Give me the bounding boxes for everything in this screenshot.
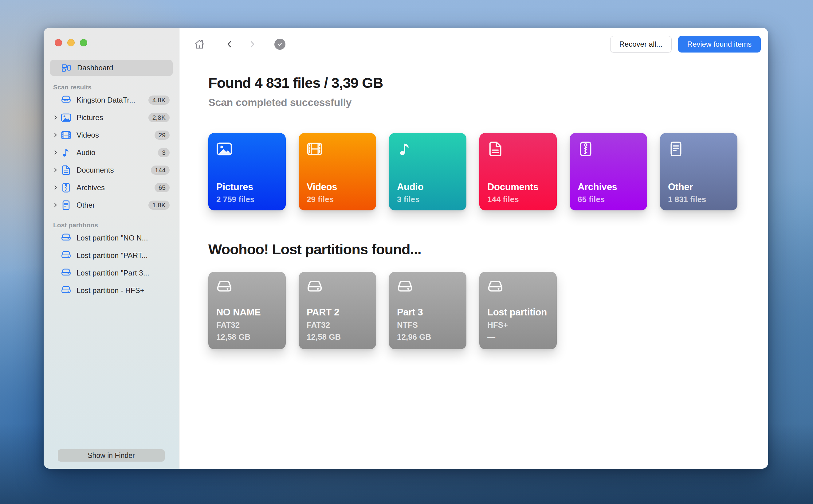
archive-zip-icon <box>577 140 594 158</box>
category-card-audio[interactable]: Audio 3 files <box>389 133 467 210</box>
scan-results-section-label: Scan results <box>50 83 173 91</box>
show-in-finder-button[interactable]: Show in Finder <box>58 449 165 462</box>
partition-size: 12,58 GB <box>216 332 281 342</box>
disclosure-spacer <box>50 287 61 294</box>
partition-size: 12,58 GB <box>307 332 372 342</box>
chevron-right-icon[interactable] <box>50 184 61 191</box>
close-button[interactable] <box>55 39 62 46</box>
sidebar: Dashboard Scan results Kingston DataTr..… <box>44 28 179 469</box>
drive-icon <box>61 95 72 106</box>
category-title: Other <box>668 182 733 193</box>
partition-card-no-name[interactable]: NO NAME FAT32 12,58 GB <box>208 272 286 349</box>
drive-icon <box>306 279 323 296</box>
count-badge: 29 <box>154 131 170 140</box>
sidebar-item-lost-partition-part2[interactable]: Lost partition "PART... <box>50 247 173 264</box>
pictures-icon <box>61 112 72 123</box>
recover-all-button[interactable]: Recover all... <box>610 36 672 53</box>
lost-partitions-heading: Woohoo! Lost partitions found... <box>208 241 768 258</box>
category-title: Archives <box>578 182 643 193</box>
category-title: Documents <box>487 182 553 193</box>
sidebar-item-other[interactable]: Other 1,8K <box>50 196 173 214</box>
sidebar-item-videos[interactable]: Videos 29 <box>50 126 173 144</box>
other-doc-icon <box>61 200 72 211</box>
dashboard-icon <box>61 63 72 73</box>
partition-card-hfs[interactable]: Lost partition HFS+ — <box>479 272 557 349</box>
category-card-archives[interactable]: Archives 65 files <box>570 133 647 210</box>
minimize-button[interactable] <box>67 39 75 46</box>
sidebar-item-pictures[interactable]: Pictures 2,8K <box>50 109 173 126</box>
count-badge: 2,8K <box>148 113 170 122</box>
other-doc-icon <box>667 140 685 158</box>
partition-cards-row: NO NAME FAT32 12,58 GB PART 2 FAT32 12,5… <box>208 272 768 349</box>
sidebar-item-lost-partition-part3[interactable]: Lost partition "Part 3... <box>50 264 173 282</box>
chevron-right-icon[interactable] <box>50 166 61 174</box>
category-title: Audio <box>397 182 462 193</box>
audio-note-icon <box>396 140 414 158</box>
category-file-count: 2 759 files <box>216 195 281 204</box>
partition-size: 12,96 GB <box>397 332 462 342</box>
chevron-right-icon[interactable] <box>50 201 61 209</box>
category-file-count: 1 831 files <box>668 195 733 204</box>
main-panel: Recover all... Review found items Found … <box>179 28 768 469</box>
dashboard-content: Found 4 831 files / 3,39 GB Scan complet… <box>179 75 768 349</box>
sidebar-item-dashboard[interactable]: Dashboard <box>50 60 173 76</box>
category-card-videos[interactable]: Videos 29 files <box>299 133 376 210</box>
sidebar-item-kingston-drive[interactable]: Kingston DataTr... 4,8K <box>50 91 173 109</box>
drive-icon <box>61 232 72 244</box>
category-title: Videos <box>307 182 372 193</box>
sidebar-item-lost-partition-hfs[interactable]: Lost partition - HFS+ <box>50 282 173 299</box>
disclosure-spacer <box>50 269 61 277</box>
category-title: Pictures <box>216 182 281 193</box>
count-badge: 4,8K <box>148 96 170 105</box>
drive-icon <box>396 279 414 296</box>
count-badge: 1,8K <box>148 201 170 210</box>
category-file-count: 3 files <box>397 195 462 204</box>
category-cards-row: Pictures 2 759 files Videos 29 files <box>208 133 768 210</box>
home-button[interactable] <box>193 38 205 50</box>
partition-card-part2[interactable]: PART 2 FAT32 12,58 GB <box>299 272 376 349</box>
sidebar-item-archives[interactable]: Archives 65 <box>50 179 173 196</box>
sidebar-item-audio[interactable]: Audio 3 <box>50 144 173 161</box>
forward-chevron-icon <box>248 40 256 49</box>
zoom-button[interactable] <box>80 39 87 46</box>
category-file-count: 144 files <box>487 195 553 204</box>
count-badge: 65 <box>154 183 170 192</box>
document-icon <box>487 140 504 158</box>
category-file-count: 65 files <box>578 195 643 204</box>
forward-button[interactable] <box>248 40 256 49</box>
partition-size: — <box>487 332 553 342</box>
window-controls <box>55 39 87 46</box>
disclosure-spacer <box>50 252 61 259</box>
partition-filesystem: HFS+ <box>487 320 553 330</box>
summary-subtitle: Scan completed successfully <box>208 96 768 108</box>
category-card-other[interactable]: Other 1 831 files <box>660 133 737 210</box>
home-icon <box>193 38 205 50</box>
disclosure-spacer <box>50 234 61 242</box>
count-badge: 144 <box>151 166 170 175</box>
partition-filesystem: NTFS <box>397 320 462 330</box>
desktop-wallpaper: Dashboard Scan results Kingston DataTr..… <box>0 0 813 504</box>
sidebar-item-lost-partition-no-name[interactable]: Lost partition "NO N... <box>50 229 173 247</box>
videos-icon <box>61 130 72 141</box>
back-chevron-icon <box>225 40 234 49</box>
drive-icon <box>61 268 72 279</box>
category-card-pictures[interactable]: Pictures 2 759 files <box>208 133 286 210</box>
toolbar: Recover all... Review found items <box>179 28 768 61</box>
drive-icon <box>216 279 233 296</box>
summary-title: Found 4 831 files / 3,39 GB <box>208 75 768 91</box>
audio-note-icon <box>61 147 72 158</box>
videos-icon <box>306 140 323 158</box>
partition-card-part3[interactable]: Part 3 NTFS 12,96 GB <box>389 272 467 349</box>
chevron-right-icon[interactable] <box>50 131 61 139</box>
category-card-documents[interactable]: Documents 144 files <box>479 133 557 210</box>
chevron-right-icon[interactable] <box>50 149 61 156</box>
category-file-count: 29 files <box>307 195 372 204</box>
back-button[interactable] <box>225 40 234 49</box>
count-badge: 3 <box>158 148 170 157</box>
partition-name: PART 2 <box>307 307 372 318</box>
scan-complete-check-icon <box>274 39 285 50</box>
chevron-right-icon[interactable] <box>50 114 61 121</box>
sidebar-item-documents[interactable]: Documents 144 <box>50 161 173 179</box>
review-found-items-button[interactable]: Review found items <box>678 36 761 53</box>
disclosure-spacer <box>50 96 61 104</box>
